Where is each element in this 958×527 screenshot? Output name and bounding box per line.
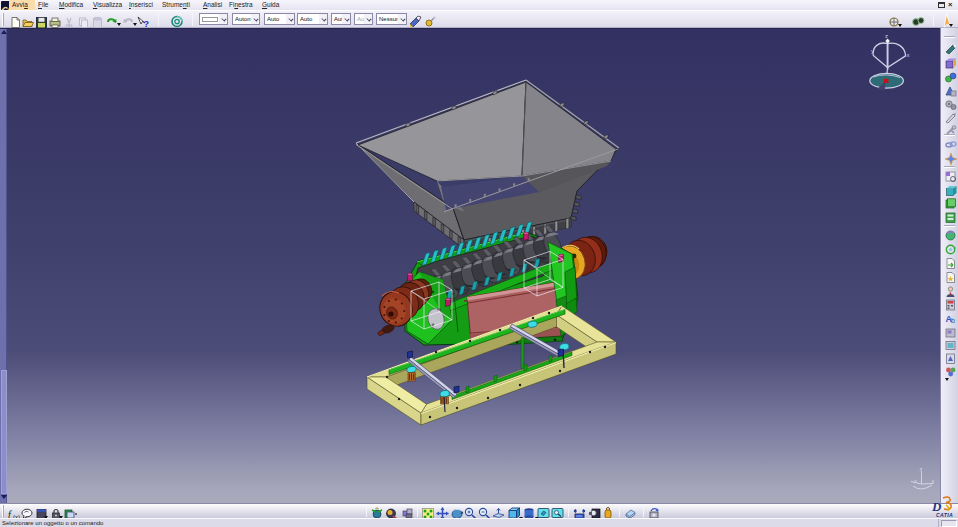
svg-text:z: z	[885, 33, 888, 39]
svg-text:y: y	[871, 48, 874, 54]
svg-text:x: x	[914, 478, 917, 484]
svg-text:z: z	[920, 466, 923, 472]
svg-text:?: ?	[144, 19, 150, 29]
svg-text:b: b	[951, 317, 955, 324]
svg-text:CATIA: CATIA	[936, 512, 953, 518]
svg-text:x: x	[932, 478, 935, 484]
svg-text:x: x	[907, 52, 910, 58]
